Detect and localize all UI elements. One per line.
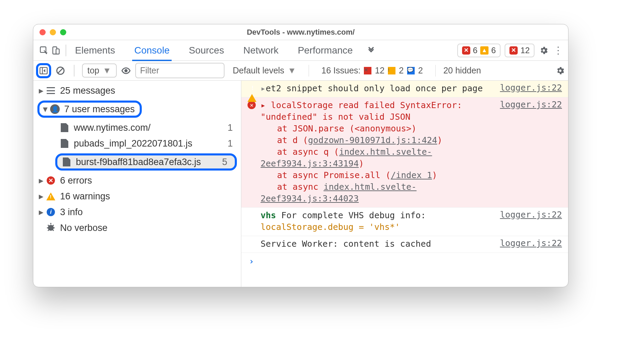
chevron-right-icon: ▸ bbox=[37, 207, 45, 218]
console-message-log[interactable]: vhs For complete VHS debug info: localSt… bbox=[241, 208, 568, 236]
sidebar-source-item-selected[interactable]: burst-f9baff81bad8ea7efa3c.js 5 bbox=[33, 151, 241, 173]
error-icon: ✕ bbox=[248, 101, 256, 109]
device-toggle-icon[interactable] bbox=[50, 45, 61, 56]
info-icon: i bbox=[47, 208, 55, 216]
devtools-window: DevTools - www.nytimes.com/ Elements Con… bbox=[33, 24, 568, 287]
source-link[interactable]: logger.js:22 bbox=[500, 210, 562, 220]
traffic-max[interactable] bbox=[60, 29, 66, 35]
hidden-count[interactable]: 20 hidden bbox=[443, 66, 481, 75]
kebab-menu-icon[interactable]: ⋮ bbox=[553, 45, 563, 56]
console-toolbar: top ▼ Default levels ▼ 16 Issues: ✕12 !2… bbox=[33, 61, 568, 81]
context-selector[interactable]: top ▼ bbox=[82, 63, 117, 78]
file-icon bbox=[63, 158, 70, 166]
svg-rect-2 bbox=[56, 49, 59, 54]
inspect-icon[interactable] bbox=[38, 45, 50, 56]
source-link[interactable]: logger.js:22 bbox=[500, 100, 562, 109]
tab-elements[interactable]: Elements bbox=[73, 40, 117, 60]
console-settings-icon[interactable] bbox=[555, 66, 565, 76]
tab-performance[interactable]: Performance bbox=[296, 40, 355, 60]
tab-console[interactable]: Console bbox=[132, 40, 172, 60]
console-messages: ▸et2 snippet should only load once per p… bbox=[241, 81, 568, 287]
tab-sources[interactable]: Sources bbox=[187, 40, 226, 60]
warning-icon bbox=[248, 84, 256, 102]
warning-icon: ! bbox=[388, 67, 395, 74]
tab-network[interactable]: Network bbox=[241, 40, 281, 60]
list-icon bbox=[47, 87, 55, 94]
file-icon bbox=[61, 139, 68, 148]
source-link[interactable]: logger.js:22 bbox=[500, 238, 562, 248]
file-icon bbox=[61, 123, 68, 132]
chevron-right-icon: ▸ bbox=[37, 175, 45, 186]
source-link[interactable]: logger.js:22 bbox=[500, 83, 562, 93]
bug-icon bbox=[45, 222, 57, 234]
warning-icon: ▲ bbox=[480, 46, 488, 55]
titlebar: DevTools - www.nytimes.com/ bbox=[33, 24, 568, 40]
traffic-close[interactable] bbox=[39, 29, 46, 35]
warning-icon bbox=[46, 192, 55, 200]
sidebar-user-messages[interactable]: ▾ 👤 7 user messages bbox=[33, 98, 241, 120]
console-sidebar: ▸ 25 messages ▾ 👤 7 user messages www.ny… bbox=[33, 81, 241, 287]
error-warning-badge[interactable]: ✕6 ▲6 bbox=[457, 44, 501, 57]
filter-input[interactable] bbox=[135, 63, 225, 78]
chevron-down-icon: ▼ bbox=[288, 66, 296, 75]
console-prompt[interactable]: › bbox=[241, 253, 568, 270]
chevron-down-icon: ▾ bbox=[42, 104, 49, 115]
more-tabs-icon[interactable] bbox=[365, 45, 377, 56]
svg-point-5 bbox=[124, 69, 127, 72]
stack-link[interactable]: index.html.svelte-2eef3934.js:3:44023 bbox=[261, 182, 416, 203]
clear-console-icon[interactable] bbox=[55, 65, 66, 77]
blocked-icon: ✕ bbox=[509, 46, 518, 55]
chevron-down-icon: ▼ bbox=[103, 66, 111, 75]
stack-link[interactable]: godzown-9010971d.js:1:424 bbox=[308, 135, 437, 145]
sidebar-errors[interactable]: ▸ ✕ 6 errors bbox=[33, 173, 241, 188]
stack-link[interactable]: /index 1 bbox=[391, 170, 432, 180]
window-title: DevTools - www.nytimes.com/ bbox=[247, 28, 355, 37]
traffic-min[interactable] bbox=[50, 29, 56, 35]
sidebar-source-item[interactable]: pubads_impl_2022071801.js 1 bbox=[33, 136, 241, 151]
error-icon: ✕ bbox=[462, 46, 470, 55]
console-message-warning[interactable]: ▸et2 snippet should only load once per p… bbox=[241, 81, 568, 97]
settings-icon[interactable] bbox=[539, 45, 549, 56]
console-message-error[interactable]: ✕ ▸ localStorage read failed SyntaxError… bbox=[241, 97, 568, 208]
sidebar-toggle-icon[interactable] bbox=[39, 66, 48, 75]
blocked-badge[interactable]: ✕12 bbox=[505, 44, 534, 57]
chevron-right-icon: ▸ bbox=[37, 85, 45, 96]
sidebar-messages[interactable]: ▸ 25 messages bbox=[33, 83, 241, 98]
sidebar-source-item[interactable]: www.nytimes.com/ 1 bbox=[33, 120, 241, 136]
chevron-right-icon: ▸ bbox=[37, 191, 45, 202]
main-tabstrip: Elements Console Sources Network Perform… bbox=[33, 40, 568, 61]
live-expression-icon[interactable] bbox=[120, 65, 132, 77]
error-icon: ✕ bbox=[364, 67, 371, 74]
console-message-log[interactable]: Service Worker: content is cached logger… bbox=[241, 236, 568, 253]
issues-summary[interactable]: 16 Issues: ✕12 !2 💬2 bbox=[317, 64, 428, 77]
sidebar-warnings[interactable]: ▸ 16 warnings bbox=[33, 188, 241, 204]
stack-link[interactable]: index.html.svelte-2eef3934.js:3:43194 bbox=[261, 147, 432, 168]
info-icon: 💬 bbox=[407, 67, 415, 74]
sidebar-info[interactable]: ▸ i 3 info bbox=[33, 204, 241, 220]
error-icon: ✕ bbox=[47, 176, 55, 185]
sidebar-verbose[interactable]: No verbose bbox=[33, 220, 241, 236]
sidebar-toggle-highlighted bbox=[36, 63, 51, 78]
levels-selector[interactable]: Default levels ▼ bbox=[228, 64, 301, 77]
user-icon: 👤 bbox=[50, 104, 60, 114]
